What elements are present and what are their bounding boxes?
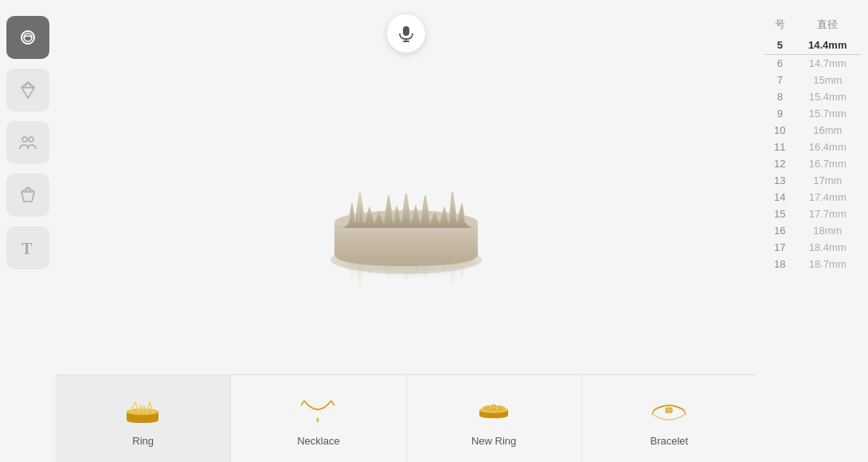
size-dia: 17mm bbox=[796, 172, 860, 189]
ring-thumb-icon bbox=[121, 394, 165, 426]
size-table-row: 13 17mm bbox=[764, 172, 860, 189]
product-label-bracelet: Bracelet bbox=[651, 435, 689, 447]
size-dia: 18.4mm bbox=[796, 239, 860, 256]
sidebar: T bbox=[0, 0, 56, 462]
size-table-row: 12 16.7mm bbox=[764, 155, 860, 172]
size-num: 17 bbox=[764, 239, 796, 256]
size-dia: 16.4mm bbox=[796, 139, 860, 155]
sidebar-icon-diamond[interactable] bbox=[6, 69, 49, 112]
new-ring-thumb-icon bbox=[472, 394, 516, 426]
size-dia: 18.7mm bbox=[796, 256, 860, 272]
svg-line-33 bbox=[652, 410, 654, 415]
size-table-row: 18 18.7mm bbox=[764, 256, 860, 272]
ring-3d-model bbox=[295, 136, 518, 299]
sidebar-icon-people[interactable] bbox=[6, 121, 49, 164]
svg-marker-8 bbox=[22, 187, 34, 202]
sidebar-icon-gem[interactable] bbox=[6, 174, 49, 217]
size-num: 15 bbox=[764, 206, 796, 222]
svg-rect-12 bbox=[403, 26, 409, 36]
svg-point-32 bbox=[499, 406, 502, 409]
size-num: 6 bbox=[764, 55, 796, 72]
product-item-ring[interactable]: Ring bbox=[56, 375, 231, 462]
size-table-row: 14 17.4mm bbox=[764, 189, 860, 206]
svg-point-31 bbox=[486, 406, 489, 409]
mic-icon bbox=[397, 25, 415, 42]
size-num: 8 bbox=[764, 88, 796, 105]
svg-line-34 bbox=[684, 410, 686, 415]
size-dia: 14.4mm bbox=[796, 37, 860, 55]
mic-area bbox=[56, 0, 757, 61]
size-dia: 17.4mm bbox=[796, 189, 860, 206]
svg-point-7 bbox=[29, 137, 33, 142]
size-table-row: 15 17.7mm bbox=[764, 206, 860, 222]
size-num: 5 bbox=[764, 37, 796, 55]
size-table: 号 直径 5 14.4mm 6 14.7mm 7 15mm 8 15.4mm 9… bbox=[764, 16, 860, 272]
product-img-necklace bbox=[295, 390, 342, 430]
size-col-num: 号 bbox=[764, 16, 796, 37]
size-num: 16 bbox=[764, 222, 796, 239]
size-num: 11 bbox=[764, 139, 796, 155]
size-dia: 17.7mm bbox=[796, 206, 860, 222]
size-dia: 18mm bbox=[796, 222, 860, 239]
size-table-row: 11 16.4mm bbox=[764, 139, 860, 155]
product-img-bracelet bbox=[645, 390, 693, 430]
ring-view bbox=[56, 61, 757, 374]
size-num: 7 bbox=[764, 72, 796, 88]
product-img-ring bbox=[119, 390, 167, 430]
size-table-row: 5 14.4mm bbox=[764, 37, 860, 55]
svg-marker-25 bbox=[316, 417, 319, 423]
ring-svg bbox=[295, 136, 518, 296]
svg-marker-2 bbox=[22, 82, 34, 98]
product-item-bracelet[interactable]: Bracelet bbox=[582, 375, 757, 462]
svg-line-23 bbox=[301, 401, 304, 405]
sidebar-icon-text[interactable]: T bbox=[6, 226, 49, 269]
size-table-row: 9 15.7mm bbox=[764, 105, 860, 122]
svg-point-6 bbox=[22, 137, 27, 142]
size-table-row: 10 16mm bbox=[764, 122, 860, 139]
size-col-dia: 直径 bbox=[796, 16, 860, 37]
size-table-row: 6 14.7mm bbox=[764, 55, 860, 72]
size-table-row: 7 15mm bbox=[764, 72, 860, 88]
size-table-row: 17 18.4mm bbox=[764, 239, 860, 256]
product-label-necklace: Necklace bbox=[297, 435, 339, 447]
product-bar: Ring Necklace bbox=[56, 374, 757, 462]
size-panel: 号 直径 5 14.4mm 6 14.7mm 7 15mm 8 15.4mm 9… bbox=[757, 0, 868, 462]
size-num: 18 bbox=[764, 256, 796, 272]
size-num: 12 bbox=[764, 155, 796, 172]
size-dia: 16.7mm bbox=[796, 155, 860, 172]
svg-rect-35 bbox=[666, 408, 672, 413]
size-num: 13 bbox=[764, 172, 796, 189]
product-img-new-ring bbox=[470, 390, 518, 430]
size-num: 9 bbox=[764, 105, 796, 122]
size-table-row: 16 18mm bbox=[764, 222, 860, 239]
size-num: 14 bbox=[764, 189, 796, 206]
bracelet-thumb-icon bbox=[647, 394, 691, 426]
size-num: 10 bbox=[764, 122, 796, 139]
product-label-ring: Ring bbox=[132, 435, 154, 447]
svg-point-1 bbox=[24, 33, 32, 41]
svg-point-30 bbox=[491, 405, 496, 409]
size-dia: 15mm bbox=[796, 72, 860, 88]
mic-button[interactable] bbox=[387, 14, 425, 53]
sidebar-icon-ring[interactable] bbox=[6, 16, 49, 59]
product-item-necklace[interactable]: Necklace bbox=[231, 375, 406, 462]
size-table-row: 8 15.4mm bbox=[764, 88, 860, 105]
main-area: Ring Necklace bbox=[56, 0, 757, 462]
size-dia: 16mm bbox=[796, 122, 860, 139]
necklace-thumb-icon bbox=[296, 394, 340, 426]
size-dia: 15.7mm bbox=[796, 105, 860, 122]
size-dia: 15.4mm bbox=[796, 88, 860, 105]
product-label-new-ring: New Ring bbox=[471, 435, 516, 447]
svg-text:T: T bbox=[22, 240, 33, 257]
size-dia: 14.7mm bbox=[796, 55, 860, 72]
svg-line-24 bbox=[331, 401, 334, 405]
product-item-new-ring[interactable]: New Ring bbox=[407, 375, 582, 462]
